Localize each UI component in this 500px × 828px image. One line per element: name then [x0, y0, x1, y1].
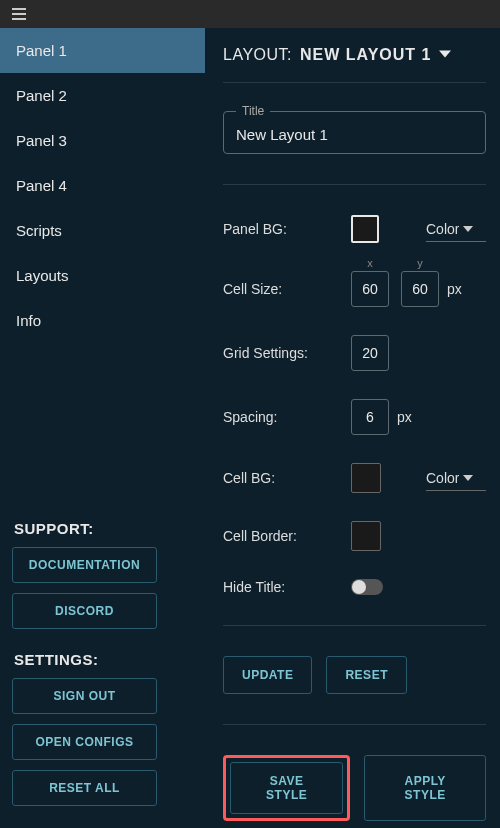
- chevron-down-icon: [439, 46, 451, 64]
- panel-bg-swatch[interactable]: [351, 215, 379, 243]
- hide-title-toggle[interactable]: [351, 579, 383, 595]
- spacing-label: Spacing:: [223, 409, 351, 425]
- divider: [223, 724, 486, 725]
- cell-bg-swatch[interactable]: [351, 463, 381, 493]
- panel-bg-row: Panel BG: Color: [223, 215, 486, 243]
- spacing-input[interactable]: [351, 399, 389, 435]
- cell-size-unit: px: [447, 281, 462, 297]
- cell-border-row: Cell Border:: [223, 521, 486, 551]
- cell-size-x-label: x: [367, 257, 373, 269]
- title-value: New Layout 1: [236, 126, 473, 143]
- panel-bg-label: Panel BG:: [223, 221, 351, 237]
- spacing-unit: px: [397, 409, 412, 425]
- nav-item-scripts[interactable]: Scripts: [0, 208, 205, 253]
- cell-bg-label: Cell BG:: [223, 470, 351, 486]
- layout-value: NEW LAYOUT 1: [300, 46, 431, 64]
- divider: [223, 184, 486, 185]
- spacing-row: Spacing: px: [223, 399, 486, 435]
- discord-button[interactable]: DISCORD: [12, 593, 157, 629]
- settings-block: SETTINGS: SIGN OUT OPEN CONFIGS RESET AL…: [0, 651, 205, 828]
- grid-settings-row: Grid Settings:: [223, 335, 486, 371]
- nav-item-layouts[interactable]: Layouts: [0, 253, 205, 298]
- save-style-button[interactable]: SAVE STYLE: [230, 762, 343, 814]
- reset-button[interactable]: RESET: [326, 656, 407, 694]
- cell-border-swatch[interactable]: [351, 521, 381, 551]
- layout-selector[interactable]: LAYOUT: NEW LAYOUT 1: [223, 46, 486, 83]
- hamburger-icon[interactable]: [12, 8, 26, 20]
- nav-item-info[interactable]: Info: [0, 298, 205, 343]
- nav-item-panel-2[interactable]: Panel 2: [0, 73, 205, 118]
- nav-item-panel-1[interactable]: Panel 1: [0, 28, 205, 73]
- cell-size-y-label: y: [417, 257, 423, 269]
- nav-list: Panel 1 Panel 2 Panel 3 Panel 4 Scripts …: [0, 28, 205, 520]
- sign-out-button[interactable]: SIGN OUT: [12, 678, 157, 714]
- open-configs-button[interactable]: OPEN CONFIGS: [12, 724, 157, 760]
- nav-item-panel-4[interactable]: Panel 4: [0, 163, 205, 208]
- cell-size-label: Cell Size:: [223, 281, 351, 297]
- cell-bg-row: Cell BG: Color: [223, 463, 486, 493]
- cell-bg-select[interactable]: Color: [426, 466, 486, 491]
- panel-bg-select-text: Color: [426, 221, 459, 237]
- grid-settings-label: Grid Settings:: [223, 345, 351, 361]
- save-style-highlight: SAVE STYLE: [223, 755, 350, 821]
- support-block: SUPPORT: DOCUMENTATION DISCORD: [0, 520, 205, 639]
- support-heading: SUPPORT:: [12, 520, 193, 537]
- cell-bg-select-text: Color: [426, 470, 459, 486]
- update-button[interactable]: UPDATE: [223, 656, 312, 694]
- title-field[interactable]: Title New Layout 1: [223, 111, 486, 154]
- topbar: [0, 0, 500, 28]
- apply-style-button[interactable]: APPLY STYLE: [364, 755, 486, 821]
- divider: [223, 625, 486, 626]
- cell-size-y-input[interactable]: [401, 271, 439, 307]
- action-row-2: SAVE STYLE APPLY STYLE: [223, 755, 486, 821]
- cell-border-label: Cell Border:: [223, 528, 351, 544]
- settings-heading: SETTINGS:: [12, 651, 193, 668]
- grid-settings-input[interactable]: [351, 335, 389, 371]
- cell-size-row: Cell Size: x y px: [223, 271, 486, 307]
- reset-all-button[interactable]: RESET ALL: [12, 770, 157, 806]
- hide-title-row: Hide Title:: [223, 579, 486, 595]
- main-panel: LAYOUT: NEW LAYOUT 1 Title New Layout 1 …: [205, 28, 500, 828]
- layout-label: LAYOUT:: [223, 46, 292, 64]
- cell-size-x-input[interactable]: [351, 271, 389, 307]
- title-label: Title: [236, 104, 270, 118]
- hide-title-label: Hide Title:: [223, 579, 351, 595]
- chevron-down-icon: [463, 224, 473, 234]
- action-row-1: UPDATE RESET: [223, 656, 486, 694]
- sidebar: Panel 1 Panel 2 Panel 3 Panel 4 Scripts …: [0, 28, 205, 828]
- documentation-button[interactable]: DOCUMENTATION: [12, 547, 157, 583]
- chevron-down-icon: [463, 473, 473, 483]
- panel-bg-select[interactable]: Color: [426, 217, 486, 242]
- nav-item-panel-3[interactable]: Panel 3: [0, 118, 205, 163]
